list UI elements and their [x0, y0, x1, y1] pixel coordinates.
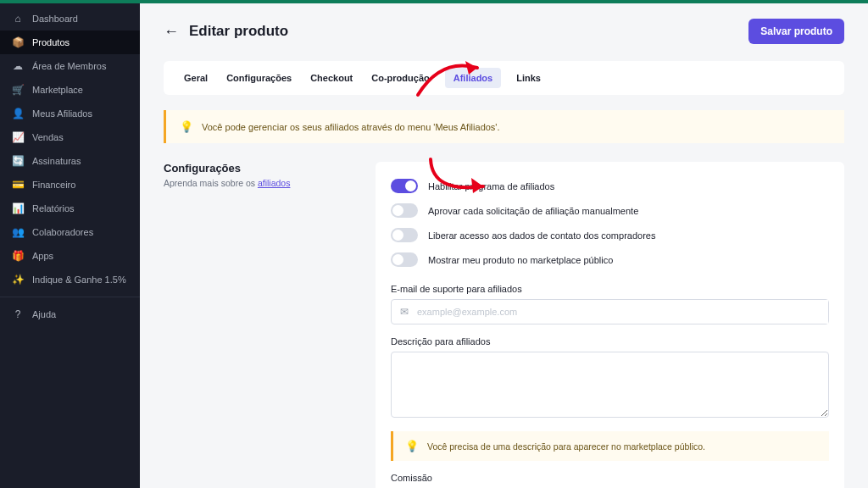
- main-content: ← Editar produto Salvar produto GeralCon…: [140, 0, 868, 488]
- sidebar-item-label: Dashboard: [32, 14, 78, 24]
- lightbulb-icon: 💡: [405, 440, 419, 452]
- sidebar-item-vendas[interactable]: 📈Vendas: [0, 125, 140, 149]
- config-section-header: Configurações Aprenda mais sobre os afil…: [164, 162, 350, 488]
- envelope-icon: ✉: [392, 306, 417, 318]
- sidebar-item-label: Apps: [32, 251, 53, 261]
- sidebar-item-label: Assinaturas: [32, 156, 81, 166]
- sidebar-item-label: Relatórios: [32, 203, 75, 214]
- toggle-label-2: Liberar acesso aos dados de contato dos …: [428, 230, 655, 241]
- sidebar-item-colaboradores[interactable]: 👥Colaboradores: [0, 220, 140, 244]
- email-input-group[interactable]: ✉: [391, 299, 829, 324]
- sidebar-item-label: Ajuda: [32, 309, 56, 319]
- toggle-switch-0[interactable]: [391, 179, 418, 193]
- page-title: Editar produto: [189, 23, 288, 40]
- afiliados-link[interactable]: afiliados: [258, 178, 291, 188]
- desc-label: Descrição para afiliados: [391, 336, 829, 347]
- sidebar-item-label: Financeiro: [32, 180, 75, 190]
- description-field[interactable]: [391, 352, 829, 418]
- info-alert-desc: 💡 Você precisa de uma descrição para apa…: [391, 431, 829, 461]
- email-field[interactable]: [417, 300, 828, 324]
- tab-configura-es[interactable]: Configurações: [223, 61, 295, 95]
- sidebar-item-apps[interactable]: 🎁Apps: [0, 244, 140, 268]
- sidebar-item-indique-ganhe-1-5-[interactable]: ✨Indique & Ganhe 1.5%: [0, 268, 140, 291]
- sidebar-icon: 📈: [12, 131, 24, 143]
- sidebar-icon: ?: [12, 308, 24, 320]
- toggle-label-0: Habilitar programa de afiliados: [428, 181, 554, 191]
- sidebar-icon: 👥: [12, 226, 24, 238]
- save-button[interactable]: Salvar produto: [748, 19, 844, 44]
- toggle-label-1: Aprovar cada solicitação de afiliação ma…: [428, 206, 638, 216]
- toggle-row-3: Mostrar meu produto no marketplace públi…: [391, 247, 829, 272]
- sidebar-item-produtos[interactable]: 📦Produtos: [0, 30, 140, 54]
- sidebar-item--rea-de-membros[interactable]: ☁Área de Membros: [0, 54, 140, 78]
- tab-afiliados[interactable]: Afiliados: [445, 68, 501, 88]
- toggle-switch-3[interactable]: [391, 252, 418, 267]
- sidebar-item-label: Produtos: [32, 37, 70, 47]
- sidebar-item-label: Vendas: [32, 132, 64, 142]
- sidebar-icon: 🎁: [12, 250, 24, 262]
- sidebar-icon: 📦: [12, 36, 24, 48]
- sidebar-item-relat-rios[interactable]: 📊Relatórios: [0, 197, 140, 220]
- lightbulb-icon: 💡: [180, 120, 193, 133]
- info-alert-main: 💡 Você pode gerenciar os seus afiliados …: [164, 110, 844, 143]
- toggle-switch-2[interactable]: [391, 228, 418, 242]
- alert-desc-text: Você precisa de uma descrição para apare…: [427, 441, 705, 452]
- toggle-row-0: Habilitar programa de afiliados: [391, 174, 829, 198]
- sidebar-item-label: Colaboradores: [32, 227, 93, 237]
- toggle-row-1: Aprovar cada solicitação de afiliação ma…: [391, 198, 829, 223]
- back-arrow-icon[interactable]: ←: [164, 23, 179, 41]
- commission-label: Comissão: [391, 473, 829, 483]
- tab-co-produ-o[interactable]: Co-produção: [368, 61, 432, 95]
- sidebar-icon: ☁: [12, 60, 24, 72]
- sidebar-item-financeiro[interactable]: 💳Financeiro: [0, 173, 140, 197]
- sidebar-item-label: Meus Afiliados: [32, 108, 92, 119]
- sidebar: ⌂Dashboard📦Produtos☁Área de Membros🛒Mark…: [0, 0, 140, 488]
- sidebar-icon: 💳: [12, 179, 24, 191]
- section-subtitle: Aprenda mais sobre os afiliados: [164, 178, 350, 188]
- sidebar-item-label: Área de Membros: [32, 61, 106, 71]
- tab-geral[interactable]: Geral: [181, 61, 211, 95]
- sidebar-icon: 🔄: [12, 155, 24, 167]
- tab-checkout[interactable]: Checkout: [307, 61, 356, 95]
- sidebar-item-label: Marketplace: [32, 85, 83, 95]
- section-title: Configurações: [164, 162, 350, 175]
- toggle-row-2: Liberar acesso aos dados de contato dos …: [391, 223, 829, 247]
- page-header: ← Editar produto Salvar produto: [164, 19, 844, 44]
- config-panel: Habilitar programa de afiliadosAprovar c…: [376, 162, 844, 488]
- toggle-switch-1[interactable]: [391, 203, 418, 218]
- sidebar-icon: 🛒: [12, 84, 24, 96]
- sidebar-item-dashboard[interactable]: ⌂Dashboard: [0, 7, 140, 30]
- sidebar-item-label: Indique & Ganhe 1.5%: [32, 274, 126, 285]
- tab-links[interactable]: Links: [513, 61, 544, 95]
- sidebar-icon: 👤: [12, 108, 24, 119]
- sidebar-icon: 📊: [12, 202, 24, 214]
- sidebar-icon: ⌂: [12, 13, 24, 25]
- alert-text: Você pode gerenciar os seus afiliados at…: [202, 122, 500, 132]
- sidebar-item-ajuda[interactable]: ?Ajuda: [0, 302, 140, 326]
- tabs-bar: GeralConfiguraçõesCheckoutCo-produçãoAfi…: [164, 61, 844, 95]
- toggle-label-3: Mostrar meu produto no marketplace públi…: [428, 255, 613, 265]
- sidebar-item-meus-afiliados[interactable]: 👤Meus Afiliados: [0, 102, 140, 125]
- sidebar-item-assinaturas[interactable]: 🔄Assinaturas: [0, 149, 140, 173]
- email-label: E-mail de suporte para afiliados: [391, 284, 829, 294]
- sidebar-item-marketplace[interactable]: 🛒Marketplace: [0, 78, 140, 102]
- sidebar-icon: ✨: [12, 274, 24, 286]
